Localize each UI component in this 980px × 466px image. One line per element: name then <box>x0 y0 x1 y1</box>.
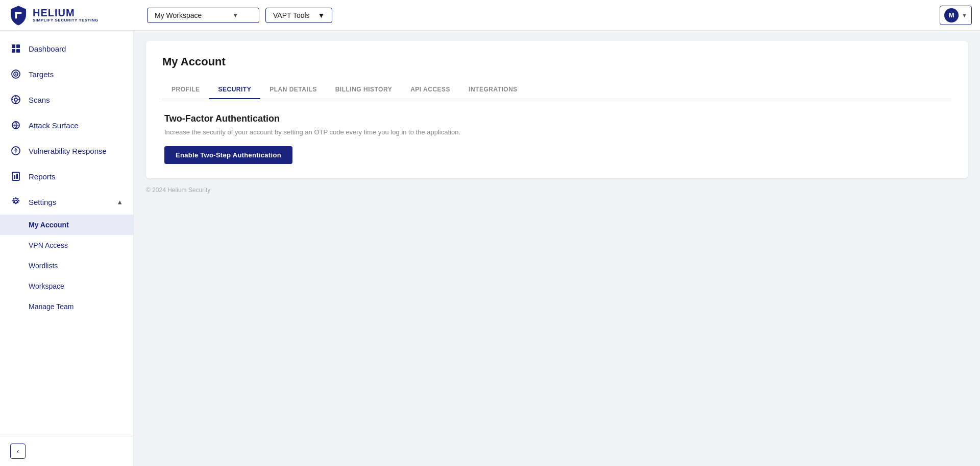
tab-plan-details[interactable]: PLAN DETAILS <box>260 81 326 99</box>
sidebar-item-vulnerability-label: Vulnerability Response <box>29 147 123 155</box>
avatar: M <box>944 8 959 22</box>
vpn-access-label: VPN Access <box>29 241 68 249</box>
logo-text: HELIUM SIMPLIFY SECURITY TESTING <box>33 7 99 23</box>
topbar: HELIUM SIMPLIFY SECURITY TESTING My Work… <box>0 0 980 31</box>
sidebar-item-scans[interactable]: Scans <box>0 87 133 112</box>
page-card: My Account PROFILE SECURITY PLAN DETAILS… <box>146 41 968 178</box>
sidebar-item-scans-label: Scans <box>29 96 123 104</box>
vapt-label: VAPT Tools <box>273 11 310 19</box>
settings-arrow-icon: ▲ <box>116 198 123 206</box>
user-chevron-icon: ▼ <box>962 12 967 18</box>
settings-icon <box>10 196 21 207</box>
manage-team-label: Manage Team <box>29 302 74 311</box>
sidebar-footer: ‹ <box>0 436 133 466</box>
page-title: My Account <box>162 55 951 68</box>
content-area: My Account PROFILE SECURITY PLAN DETAILS… <box>134 31 980 466</box>
sidebar-item-reports[interactable]: Reports <box>0 164 133 189</box>
sidebar-subitem-manage-team[interactable]: Manage Team <box>0 296 133 317</box>
sidebar-subitem-vpn-access[interactable]: VPN Access <box>0 235 133 255</box>
svg-rect-2 <box>12 44 15 48</box>
logo-icon <box>8 5 29 26</box>
brand-name: HELIUM <box>33 7 99 18</box>
sidebar-item-settings-label: Settings <box>29 198 109 206</box>
collapse-sidebar-button[interactable]: ‹ <box>10 444 26 459</box>
footer-text: © 2024 Helium Security <box>146 187 210 194</box>
sidebar-item-dashboard-label: Dashboard <box>29 44 123 53</box>
twofa-section: Two-Factor Authentication Increase the s… <box>162 113 951 164</box>
dashboard-icon <box>10 43 21 54</box>
svg-point-21 <box>14 200 17 203</box>
tab-billing-history[interactable]: BILLING HISTORY <box>326 81 402 99</box>
sidebar-item-dashboard[interactable]: Dashboard <box>0 36 133 61</box>
svg-rect-19 <box>14 175 15 179</box>
content-footer: © 2024 Helium Security <box>146 178 968 194</box>
sidebar-subitem-my-account[interactable]: My Account <box>0 215 133 235</box>
vulnerability-icon <box>10 145 21 156</box>
sidebar-subitem-wordlists[interactable]: Wordlists <box>0 255 133 276</box>
scans-icon <box>10 94 21 105</box>
vapt-chevron-icon: ▼ <box>318 11 325 19</box>
tab-integrations[interactable]: INTEGRATIONS <box>459 81 527 99</box>
tab-security[interactable]: SECURITY <box>209 81 261 99</box>
main-layout: Dashboard Targets <box>0 31 980 466</box>
vapt-tools-dropdown[interactable]: VAPT Tools ▼ <box>265 8 332 23</box>
workspace-dropdown[interactable]: My Workspace ▼ <box>147 8 259 23</box>
topbar-right: M ▼ <box>940 6 972 25</box>
sidebar-nav: Dashboard Targets <box>0 31 133 436</box>
sidebar-item-targets[interactable]: Targets <box>0 61 133 87</box>
sidebar-item-attack-surface[interactable]: Attack Surface <box>0 112 133 138</box>
svg-rect-20 <box>16 174 18 179</box>
svg-rect-1 <box>15 12 22 14</box>
reports-icon <box>10 171 21 182</box>
sidebar-item-vulnerability[interactable]: Vulnerability Response <box>0 138 133 164</box>
tab-profile[interactable]: PROFILE <box>162 81 209 99</box>
svg-rect-4 <box>12 49 15 53</box>
user-menu-button[interactable]: M ▼ <box>940 6 972 25</box>
tab-api-access[interactable]: API ACCESS <box>401 81 459 99</box>
svg-rect-5 <box>16 49 20 53</box>
attack-surface-icon <box>10 120 21 131</box>
sidebar-item-attack-surface-label: Attack Surface <box>29 121 123 130</box>
targets-icon <box>10 68 21 80</box>
enable-twofa-button[interactable]: Enable Two-Step Authentication <box>164 146 292 164</box>
workspace-chevron-icon: ▼ <box>232 12 238 19</box>
svg-point-10 <box>14 98 17 101</box>
sidebar-item-targets-label: Targets <box>29 70 123 79</box>
my-account-label: My Account <box>29 221 69 229</box>
brand-tagline: SIMPLIFY SECURITY TESTING <box>33 18 99 23</box>
svg-rect-18 <box>12 172 19 180</box>
sidebar: Dashboard Targets <box>0 31 134 466</box>
twofa-description: Increase the security of your account by… <box>164 128 949 136</box>
twofa-title: Two-Factor Authentication <box>164 113 949 124</box>
wordlists-label: Wordlists <box>29 262 58 270</box>
sidebar-item-reports-label: Reports <box>29 172 123 181</box>
sidebar-item-settings[interactable]: Settings ▲ <box>0 189 133 215</box>
workspace-label: Workspace <box>29 282 64 290</box>
workspace-label: My Workspace <box>155 11 202 19</box>
logo-area: HELIUM SIMPLIFY SECURITY TESTING <box>8 5 141 26</box>
sidebar-subitem-workspace[interactable]: Workspace <box>0 276 133 296</box>
tabs-bar: PROFILE SECURITY PLAN DETAILS BILLING HI… <box>162 81 951 99</box>
svg-rect-3 <box>16 44 20 48</box>
settings-submenu: My Account VPN Access Wordlists Workspac… <box>0 215 133 317</box>
svg-point-8 <box>15 74 17 75</box>
